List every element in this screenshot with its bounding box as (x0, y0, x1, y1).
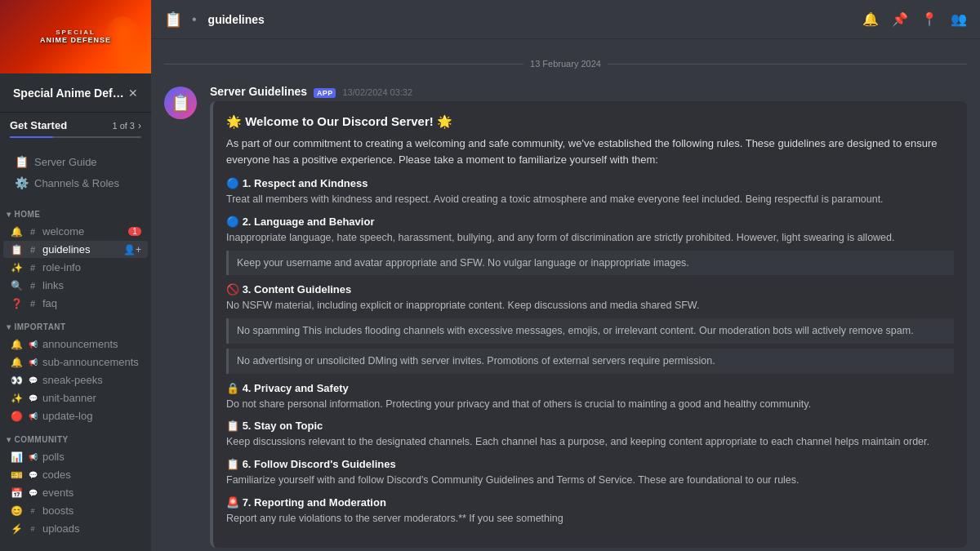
channel-announcements[interactable]: 🔔 📢 announcements (3, 335, 148, 353)
notification-icon[interactable]: 🔔 (862, 11, 879, 27)
category-important-header[interactable]: ▾ IMPORTANT (0, 313, 151, 335)
avatar-icon: 📋 (171, 93, 191, 113)
channel-polls[interactable]: 📊 📢 polls (3, 448, 148, 465)
message-body: 🌟 Welcome to Our Discord Server! 🌟 As pa… (210, 101, 967, 548)
avatar: 📋 (164, 87, 197, 119)
channels-roles-icon: ⚙️ (15, 176, 28, 189)
rule-3-text: No NSFW material, including explicit or … (226, 298, 954, 313)
guidelines-icon: 📋 (10, 244, 23, 256)
channel-boosts[interactable]: 😊 # boosts (3, 502, 148, 519)
rule-4-text: Do not share personal information. Prote… (226, 397, 954, 412)
rule-7: 🚨 7. Reporting and Moderation Report any… (226, 496, 954, 527)
header-actions: 🔔 📌 📍 👥 (862, 11, 967, 27)
pin-icon[interactable]: 📌 (892, 11, 908, 27)
boosts-icon: 😊 (10, 505, 23, 517)
main-content: 📋 • guidelines 🔔 📌 📍 👥 13 February 2024 … (151, 0, 980, 551)
members-icon[interactable]: 👥 (951, 11, 967, 27)
channels-roles-label: Channels & Roles (34, 177, 119, 189)
channel-events[interactable]: 📅 💬 events (3, 484, 148, 501)
message-title: 🌟 Welcome to Our Discord Server! 🌟 (226, 114, 954, 129)
channel-role-info[interactable]: ✨ # role-info (3, 259, 148, 276)
rule-7-text: Report any rule violations to the server… (226, 511, 954, 527)
update-log-icon: 🔴 (10, 411, 23, 422)
rule-5: 📋 5. Stay on Topic Keep discussions rele… (226, 420, 954, 450)
category-community-chevron: ▾ (7, 435, 11, 444)
rule-2: 🔵 2. Language and Behavior Inappropriate… (226, 216, 954, 276)
get-started-progress: 1 of 3 › (112, 120, 141, 131)
channel-header-name: guidelines (208, 13, 265, 26)
rule-6: 📋 6. Follow Discord's Guidelines Familia… (226, 458, 954, 488)
sidebar-item-server-guide[interactable]: 📋 Server Guide (5, 152, 146, 171)
codes-icon: 🎫 (10, 469, 23, 481)
channel-welcome[interactable]: 🔔 # welcome 1 (3, 223, 148, 240)
bullet-icon: • (192, 12, 197, 27)
message-group: 📋 Server Guidelines APP 13/02/2024 03:32… (151, 82, 980, 551)
category-important: ▾ IMPORTANT 🔔 📢 announcements 🔔 📢 sub-an… (0, 313, 151, 424)
rule-1-text: Treat all members with kindness and resp… (226, 192, 954, 207)
sidebar-item-channels-roles[interactable]: ⚙️ Channels & Roles (5, 173, 146, 193)
messages-area: 13 February 2024 📋 Server Guidelines APP… (151, 39, 980, 551)
server-guide-label: Server Guide (34, 156, 97, 168)
date-divider-line-right (608, 64, 967, 64)
category-important-chevron: ▾ (7, 322, 11, 331)
date-divider-text: 13 February 2024 (530, 59, 601, 69)
channel-update-log[interactable]: 🔴 📢 update-log (3, 407, 148, 424)
channel-sneak-peeks[interactable]: 👀 💬 sneak-peeks (3, 371, 148, 389)
rule-4: 🔒 4. Privacy and Safety Do not share per… (226, 382, 954, 412)
sidebar-nav: 📋 Server Guide ⚙️ Channels & Roles (0, 144, 151, 200)
chevron-right-icon: › (138, 120, 141, 131)
channel-uploads[interactable]: ⚡ # uploads (3, 520, 148, 537)
channel-codes[interactable]: 🎫 💬 codes (3, 466, 148, 483)
message-author: Server Guidelines (210, 85, 307, 98)
category-home: ▾ HOME 🔔 # welcome 1 📋 # guidelines 👤+ ✨… (0, 200, 151, 312)
date-divider-line-left (164, 64, 523, 64)
get-started-section: Get Started 1 of 3 › (0, 113, 151, 144)
server-dropdown-icon: ✕ (128, 87, 138, 100)
bell-icon: 🔔 (10, 226, 23, 238)
links-icon: 🔍 (10, 280, 23, 291)
events-icon: 📅 (10, 487, 23, 499)
server-name: Special Anime Defense (13, 87, 128, 100)
rule-5-title: 📋 5. Stay on Topic (226, 420, 954, 432)
hash-icon: # (26, 227, 39, 237)
rule-2-text: Inappropriate language, hate speech, har… (226, 230, 954, 246)
date-divider: 13 February 2024 (151, 52, 980, 75)
rule-2-extra-0: Keep your username and avatar appropriat… (226, 251, 954, 276)
pin-icon-2[interactable]: 📍 (921, 11, 938, 27)
category-community: ▾ COMMUNITY 📊 📢 polls 🎫 💬 codes 📅 💬 even… (0, 425, 151, 537)
hash-icon-2: # (26, 245, 39, 255)
channel-guidelines[interactable]: 📋 # guidelines 👤+ (3, 241, 148, 258)
faq-icon: ❓ (10, 298, 23, 309)
role-info-icon: ✨ (10, 262, 23, 273)
sneak-peeks-icon: 👀 (10, 375, 23, 386)
progress-fill (10, 136, 53, 138)
get-started-label: Get Started (10, 119, 67, 131)
message-timestamp: 13/02/2024 03:32 (342, 87, 412, 97)
channel-faq[interactable]: ❓ # faq (3, 295, 148, 312)
category-home-chevron: ▾ (7, 210, 11, 219)
sidebar: SPECIAL ANIME DEFENSE Special Anime Defe… (0, 0, 151, 551)
rule-2-title: 🔵 2. Language and Behavior (226, 216, 954, 228)
channel-unit-banner[interactable]: ✨ 💬 unit-banner (3, 389, 148, 407)
rule-3-title: 🚫 3. Content Guidelines (226, 283, 954, 295)
rule-6-title: 📋 6. Follow Discord's Guidelines (226, 458, 954, 470)
announcements-icon: 🔔 (10, 339, 23, 350)
channel-sub-announcements[interactable]: 🔔 📢 sub-announcements (3, 353, 148, 371)
rule-6-text: Familiarize yourself with and follow Dis… (226, 473, 954, 488)
channel-list-scroll: ▾ HOME 🔔 # welcome 1 📋 # guidelines 👤+ ✨… (0, 200, 151, 551)
channel-links[interactable]: 🔍 # links (3, 277, 148, 294)
rule-7-title: 🚨 7. Reporting and Moderation (226, 496, 954, 509)
progress-bar (10, 136, 141, 138)
server-banner[interactable]: SPECIAL ANIME DEFENSE (0, 0, 151, 73)
guidelines-add-icon[interactable]: 👤+ (123, 244, 141, 256)
rule-3-extra-1: No advertising or unsolicited DMing with… (226, 349, 954, 374)
polls-icon: 📊 (10, 451, 23, 463)
app-badge: APP (314, 88, 336, 98)
category-community-header[interactable]: ▾ COMMUNITY (0, 425, 151, 447)
category-home-header[interactable]: ▾ HOME (0, 200, 151, 222)
server-name-header[interactable]: Special Anime Defense ✕ (0, 73, 151, 113)
rule-5-text: Keep discussions relevant to the designa… (226, 434, 954, 450)
unit-banner-icon: ✨ (10, 393, 23, 404)
rule-3-extra-0: No spamming This includes flooding chann… (226, 318, 954, 344)
hash-icon-5: # (26, 299, 39, 309)
